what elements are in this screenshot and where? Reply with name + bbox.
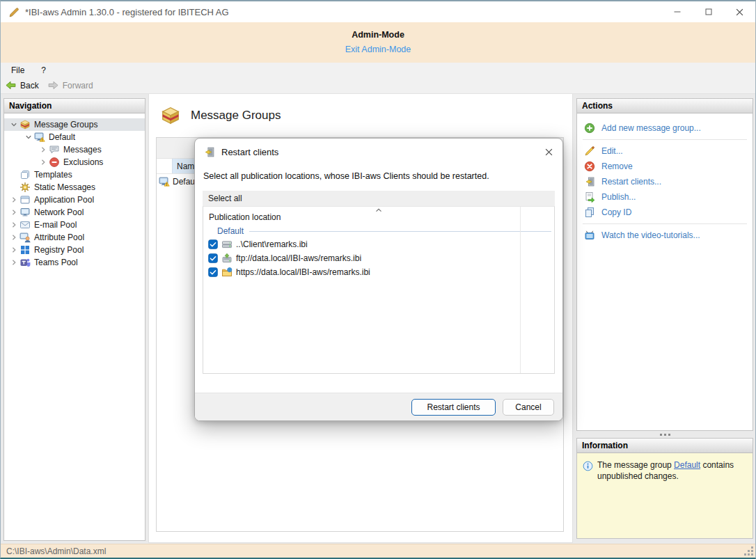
tree-item-templates[interactable]: Templates: [4, 168, 145, 181]
restart-clients-icon: [584, 176, 595, 187]
checkbox-checked-icon[interactable]: [208, 239, 218, 249]
app-window: *IBI-aws Admin 1.30.0 - registered for I…: [0, 0, 756, 559]
menu-file[interactable]: File: [11, 65, 24, 75]
action-publish[interactable]: Publish...: [577, 189, 753, 205]
group-row-default: Default: [203, 225, 554, 237]
window-icon: [19, 194, 31, 205]
chevron-right-icon[interactable]: [8, 246, 19, 253]
information-panel: Information The message group Default co…: [576, 438, 753, 539]
checkbox-checked-icon[interactable]: [208, 267, 218, 277]
chevron-right-icon[interactable]: [38, 159, 49, 166]
action-copy-id[interactable]: Copy ID: [577, 205, 753, 220]
publication-location-row[interactable]: ftp://data.local/IBI-aws/remarks.ibi: [203, 251, 554, 265]
admin-mode-title: Admin-Mode: [1, 30, 755, 40]
exit-admin-mode-link[interactable]: Exit Admin-Mode: [345, 45, 411, 54]
chevron-right-icon[interactable]: [8, 221, 19, 228]
tree-item-application-pool[interactable]: Application Pool: [4, 194, 145, 206]
action-label: Edit...: [601, 146, 623, 156]
back-button[interactable]: Back: [5, 80, 39, 90]
column-header-label: Publication location: [209, 212, 281, 222]
tree-item-network-pool[interactable]: Network Pool: [4, 206, 145, 219]
monitor-icon: [19, 207, 31, 218]
dialog-close-button[interactable]: [535, 140, 562, 164]
tree-item-default[interactable]: Default: [4, 131, 145, 143]
copy-icon: [584, 207, 595, 218]
table-icon-column: [157, 159, 172, 173]
tree-item-label: Static Messages: [34, 182, 95, 192]
column-separator: [520, 207, 521, 373]
registry-grid-icon: [19, 244, 31, 255]
back-arrow-icon: [5, 80, 17, 90]
publication-location-label: https://data.local/IBI-aws/remarks.ibi: [236, 267, 370, 277]
tree-item-e-mail-pool[interactable]: E-mail Pool: [4, 219, 145, 231]
action-restart-clients[interactable]: Restart clients...: [577, 174, 753, 189]
publication-location-row[interactable]: https://data.local/IBI-aws/remarks.ibi: [203, 265, 554, 279]
checkbox-checked-icon[interactable]: [208, 253, 218, 263]
menu-help[interactable]: ?: [41, 65, 46, 75]
chevron-right-icon[interactable]: [8, 234, 19, 241]
tree-item-teams-pool[interactable]: Teams Pool: [4, 256, 145, 269]
publication-location-items: ..\Client\remarks.ibiftp://data.local/IB…: [203, 237, 554, 279]
message-groups-icon: [19, 119, 31, 130]
close-button[interactable]: [724, 1, 755, 22]
window-controls: [661, 1, 755, 22]
tree-item-label: Templates: [34, 170, 72, 180]
chevron-down-icon[interactable]: [23, 134, 34, 141]
pencil-icon: [584, 145, 595, 157]
dialog-footer: Restart clients Cancel: [195, 393, 562, 420]
panel-splitter[interactable]: [576, 431, 753, 438]
exclusion-icon: [49, 157, 60, 168]
app-icon: [8, 6, 20, 18]
gear-icon: [19, 182, 31, 193]
tree-item-label: Registry Pool: [34, 245, 84, 255]
information-default-link[interactable]: Default: [674, 460, 700, 470]
tree-item-static-messages[interactable]: Static Messages: [4, 181, 145, 194]
user-monitor-icon: [19, 232, 31, 243]
web-folder-icon: [221, 267, 233, 278]
chevron-right-icon[interactable]: [38, 146, 49, 153]
chevron-right-icon[interactable]: [8, 196, 19, 203]
information-text: The message group Default contains unpub…: [597, 460, 747, 482]
resize-grip-icon[interactable]: [744, 546, 753, 556]
statusbar: C:\IBI-aws\Admin\Data.xml: [1, 544, 755, 558]
tree-item-registry-pool[interactable]: Registry Pool: [4, 244, 145, 256]
actions-divider: [583, 223, 747, 224]
navigation-header: Navigation: [4, 99, 145, 113]
maximize-button[interactable]: [693, 1, 724, 22]
information-body: The message group Default contains unpub…: [577, 453, 753, 482]
forward-button[interactable]: Forward: [47, 80, 93, 90]
minimize-button[interactable]: [661, 1, 693, 22]
select-all-button[interactable]: Select all: [203, 191, 555, 206]
action-edit[interactable]: Edit...: [577, 143, 753, 159]
page-heading: Message Groups: [160, 105, 281, 126]
chevron-right-icon[interactable]: [8, 209, 19, 216]
tree-item-label: Default: [49, 132, 75, 142]
chevron-right-icon[interactable]: [8, 259, 19, 266]
action-add-new-message-group[interactable]: Add new message group...: [577, 120, 753, 136]
restart-clients-icon: [203, 146, 215, 158]
video-icon: [584, 230, 595, 241]
navigation-panel: Navigation Message GroupsDefaultMessages…: [3, 98, 145, 541]
drive-icon: [221, 239, 233, 250]
tree-item-messages[interactable]: Messages: [4, 143, 145, 156]
action-label: Restart clients...: [601, 177, 661, 187]
restart-clients-confirm-button[interactable]: Restart clients: [411, 399, 496, 416]
actions-header: Actions: [577, 99, 753, 113]
chevron-down-icon[interactable]: [8, 121, 19, 128]
action-label: Watch the video-tutorials...: [601, 230, 700, 240]
action-remove[interactable]: Remove: [577, 159, 753, 174]
tree-item-exclusions[interactable]: Exclusions: [4, 156, 145, 168]
dialog-titlebar: Restart clients: [195, 139, 562, 165]
action-label: Add new message group...: [601, 123, 701, 133]
publication-location-column-header[interactable]: Publication location: [203, 207, 554, 225]
tree-item-attribute-pool[interactable]: Attribute Pool: [4, 231, 145, 244]
publication-location-row[interactable]: ..\Client\remarks.ibi: [203, 237, 554, 251]
monitor-warning-icon: [34, 132, 45, 143]
action-watch-the-video-tutorials[interactable]: Watch the video-tutorials...: [577, 228, 753, 243]
speech-bubble-icon: [49, 144, 60, 155]
tree-item-message-groups[interactable]: Message Groups: [4, 118, 145, 131]
templates-icon: [19, 169, 31, 180]
cancel-button[interactable]: Cancel: [503, 399, 554, 416]
ftp-upload-icon: [221, 253, 233, 264]
statusbar-path: C:\IBI-aws\Admin\Data.xml: [6, 546, 106, 556]
